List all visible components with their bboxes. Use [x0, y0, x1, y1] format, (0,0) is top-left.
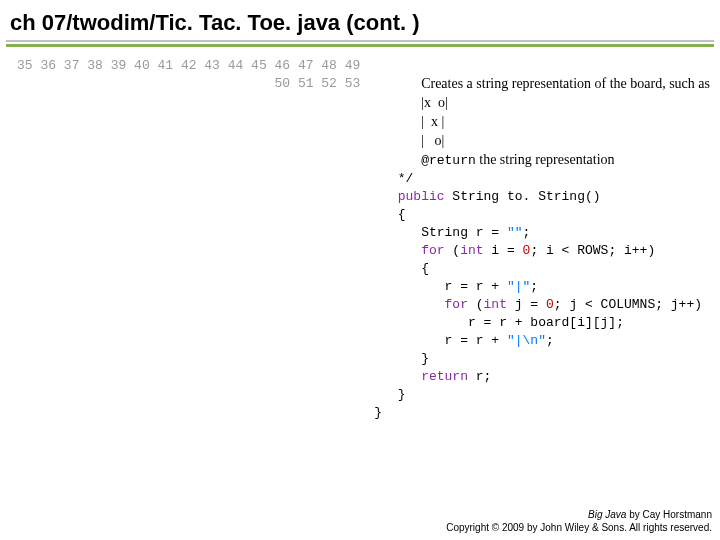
- code-line: |x o|: [374, 96, 447, 111]
- code-line: for (int i = 0; i < ROWS; i++): [374, 243, 655, 258]
- code-line: r = r + "|\n";: [374, 333, 553, 348]
- footer-line-2: Copyright © 2009 by John Wiley & Sons. A…: [446, 521, 712, 534]
- line-number-gutter: 35 36 37 38 39 40 41 42 43 44 45 46 47 4…: [10, 57, 374, 93]
- code-line: */: [374, 171, 413, 186]
- slide-title: ch 07/twodim/Tic. Tac. Toe. java (cont. …: [0, 0, 720, 40]
- code-listing: Creates a string representation of the b…: [374, 57, 710, 422]
- code-line: | o|: [374, 134, 444, 149]
- code-line: for (int j = 0; j < COLUMNS; j++): [374, 297, 702, 312]
- code-line: }: [374, 405, 382, 420]
- code-line: r = r + board[i][j];: [374, 315, 624, 330]
- code-line: }: [374, 387, 405, 402]
- code-block: 35 36 37 38 39 40 41 42 43 44 45 46 47 4…: [0, 47, 720, 422]
- code-line: r = r + "|";: [374, 279, 538, 294]
- slide-footer: Big Java by Cay Horstmann Copyright © 20…: [446, 508, 712, 534]
- code-line: @return the string representation: [374, 153, 614, 168]
- footer-line-1: Big Java by Cay Horstmann: [446, 508, 712, 521]
- code-line: {: [374, 207, 405, 222]
- code-line: }: [374, 351, 429, 366]
- code-line: String r = "";: [374, 225, 530, 240]
- code-line: {: [374, 261, 429, 276]
- code-line: return r;: [374, 369, 491, 384]
- code-line: public String to. String(): [374, 189, 600, 204]
- code-line: Creates a string representation of the b…: [374, 77, 710, 92]
- title-rule-grey: [6, 40, 714, 42]
- code-line: | x |: [374, 115, 444, 130]
